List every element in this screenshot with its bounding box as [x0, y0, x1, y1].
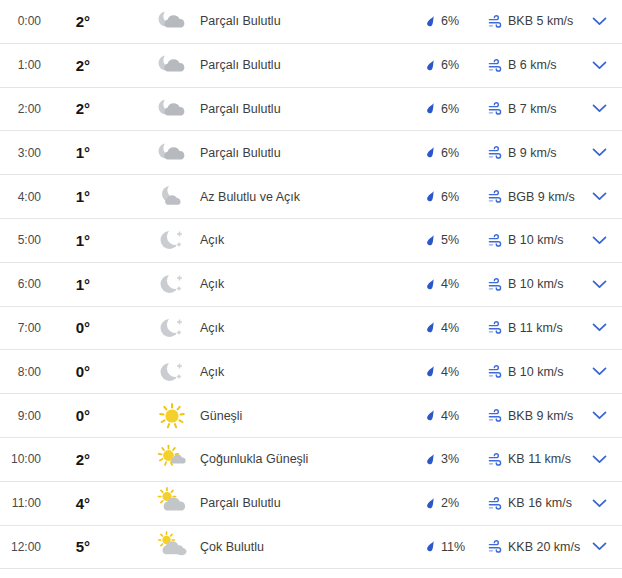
precipitation-value: 4% [441, 409, 459, 423]
temperature: 2° [44, 100, 92, 117]
condition-label: Parçalı Bulutlu [200, 496, 426, 510]
hourly-row[interactable]: 4:00 1° Az Bulutlu ve Açık 6% BGB 9 km/s [0, 175, 622, 219]
wind-cell: B 10 km/s [488, 277, 580, 292]
temperature: 4° [44, 495, 92, 512]
moon-clear-icon [154, 267, 190, 301]
wind-icon [488, 189, 503, 204]
condition-label: Çoğunlukla Güneşli [200, 452, 426, 466]
expand-chevron-icon[interactable] [590, 499, 608, 508]
hourly-row[interactable]: 0:00 2° Parçalı Bulutlu 6% BKB 5 km/s [0, 0, 622, 44]
wind-value: B 9 km/s [508, 146, 557, 160]
temperature: 1° [44, 232, 92, 249]
raindrop-icon [426, 101, 436, 116]
expand-chevron-icon[interactable] [590, 323, 608, 332]
moon-clear-icon [154, 355, 190, 389]
wind-value: B 6 km/s [508, 58, 557, 72]
raindrop-icon [426, 58, 436, 73]
precipitation-cell: 6% [426, 58, 478, 73]
precipitation-cell: 6% [426, 14, 478, 29]
condition-label: Parçalı Bulutlu [200, 14, 426, 28]
hourly-row[interactable]: 12:00 5° Çok Bulutlu 11% KKB 20 km/s [0, 526, 622, 570]
temperature: 1° [44, 276, 92, 293]
expand-chevron-icon[interactable] [590, 236, 608, 245]
precipitation-cell: 5% [426, 233, 478, 248]
condition-label: Çok Bulutlu [200, 540, 426, 554]
wind-icon [488, 496, 503, 511]
time-label: 1:00 [0, 58, 44, 72]
hourly-row[interactable]: 9:00 0° Güneşli 4% BKB 9 km/s [0, 394, 622, 438]
raindrop-icon [426, 364, 436, 379]
wind-value: B 10 km/s [508, 233, 564, 247]
expand-chevron-icon[interactable] [590, 17, 608, 26]
wind-value: KKB 20 km/s [508, 540, 580, 554]
expand-chevron-icon[interactable] [590, 542, 608, 551]
expand-chevron-icon[interactable] [590, 411, 608, 420]
hourly-row[interactable]: 1:00 2° Parçalı Bulutlu 6% B 6 km/s [0, 44, 622, 88]
precipitation-value: 4% [441, 365, 459, 379]
precipitation-value: 6% [441, 14, 459, 28]
wind-cell: KB 11 km/s [488, 452, 580, 467]
wind-value: B 10 km/s [508, 277, 564, 291]
wind-icon [488, 233, 503, 248]
condition-label: Açık [200, 233, 426, 247]
time-label: 2:00 [0, 102, 44, 116]
wind-icon [488, 277, 503, 292]
expand-chevron-icon[interactable] [590, 148, 608, 157]
time-label: 4:00 [0, 190, 44, 204]
temperature: 2° [44, 13, 92, 30]
temperature: 1° [44, 144, 92, 161]
raindrop-icon [426, 277, 436, 292]
hourly-row[interactable]: 10:00 2° Çoğunlukla Güneşli 3% KB 11 km/… [0, 438, 622, 482]
precipitation-value: 2% [441, 496, 459, 510]
night-partly-cloudy-icon [154, 48, 190, 82]
condition-label: Parçalı Bulutlu [200, 146, 426, 160]
raindrop-icon [426, 539, 436, 554]
wind-icon [488, 14, 503, 29]
time-label: 8:00 [0, 365, 44, 379]
condition-label: Açık [200, 321, 426, 335]
hourly-row[interactable]: 7:00 0° Açık 4% B 11 km/s [0, 307, 622, 351]
temperature: 2° [44, 57, 92, 74]
precipitation-cell: 4% [426, 408, 478, 423]
precipitation-cell: 6% [426, 145, 478, 160]
time-label: 5:00 [0, 233, 44, 247]
hourly-row[interactable]: 3:00 1° Parçalı Bulutlu 6% B 9 km/s [0, 131, 622, 175]
wind-icon [488, 58, 503, 73]
wind-value: B 10 km/s [508, 365, 564, 379]
wind-value: KB 16 km/s [508, 496, 572, 510]
expand-chevron-icon[interactable] [590, 367, 608, 376]
condition-label: Açık [200, 365, 426, 379]
wind-value: B 11 km/s [508, 321, 563, 335]
temperature: 5° [44, 538, 92, 555]
expand-chevron-icon[interactable] [590, 455, 608, 464]
expand-chevron-icon[interactable] [590, 280, 608, 289]
precipitation-cell: 4% [426, 364, 478, 379]
temperature: 0° [44, 319, 92, 336]
raindrop-icon [426, 496, 436, 511]
time-label: 12:00 [0, 540, 44, 554]
expand-chevron-icon[interactable] [590, 104, 608, 113]
condition-label: Güneşli [200, 409, 426, 423]
hourly-row[interactable]: 6:00 1° Açık 4% B 10 km/s [0, 263, 622, 307]
wind-icon [488, 364, 503, 379]
hourly-row[interactable]: 5:00 1° Açık 5% B 10 km/s [0, 219, 622, 263]
expand-chevron-icon[interactable] [590, 192, 608, 201]
hourly-row[interactable]: 8:00 0° Açık 4% B 10 km/s [0, 350, 622, 394]
precipitation-value: 6% [441, 58, 459, 72]
mostly-sunny-icon [154, 442, 190, 476]
precipitation-value: 6% [441, 146, 459, 160]
precipitation-value: 6% [441, 190, 459, 204]
condition-label: Parçalı Bulutlu [200, 102, 426, 116]
raindrop-icon [426, 408, 436, 423]
moon-clear-icon [154, 223, 190, 257]
precipitation-value: 6% [441, 102, 459, 116]
expand-chevron-icon[interactable] [590, 61, 608, 70]
precipitation-cell: 6% [426, 101, 478, 116]
precipitation-value: 5% [441, 233, 459, 247]
temperature: 0° [44, 363, 92, 380]
wind-cell: B 7 km/s [488, 101, 580, 116]
day-partly-cloudy-icon [154, 486, 190, 520]
raindrop-icon [426, 233, 436, 248]
hourly-row[interactable]: 2:00 2° Parçalı Bulutlu 6% B 7 km/s [0, 88, 622, 132]
hourly-row[interactable]: 11:00 4° Parçalı Bulutlu 2% KB 16 km/s [0, 482, 622, 526]
